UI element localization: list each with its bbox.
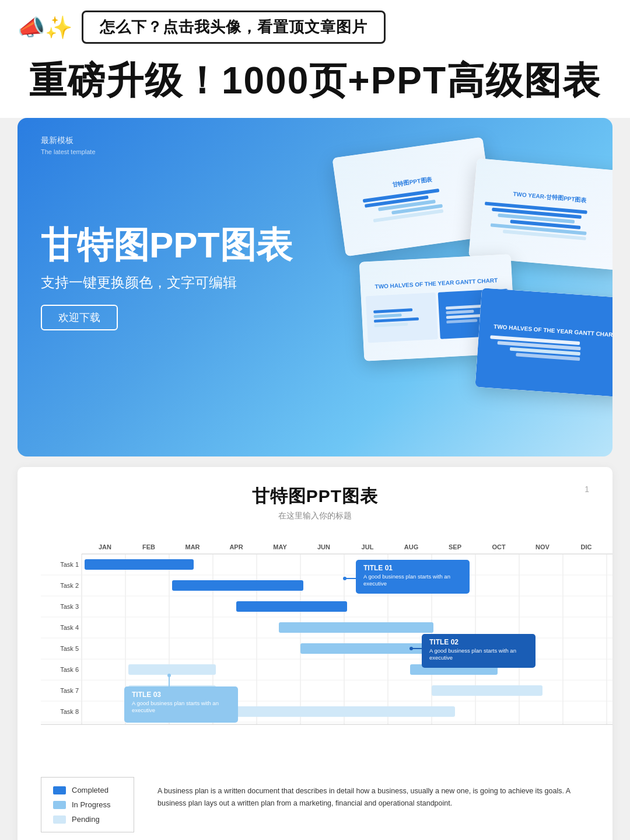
callout-03: TITLE 03 A good business plan starts wit…	[124, 674, 238, 723]
title-section: 重磅升级！1000页+PPT高级图表	[0, 50, 630, 118]
task4-label: Task 4	[60, 624, 79, 631]
legend-label-pending: Pending	[72, 815, 100, 824]
task7-label: Task 7	[60, 687, 79, 694]
hero-subheading: 支持一键更换颜色，文字可编辑	[41, 273, 292, 292]
hero-brand-sub: The latest template	[41, 148, 292, 155]
svg-point-26	[410, 647, 413, 650]
gantt-chart-svg: JAN FEB MAR APR MAY JUN JUL AUG SEP OCT …	[41, 538, 612, 759]
month-feb: FEB	[142, 543, 155, 550]
callout03-body2: executive	[132, 707, 155, 713]
gantt-wrap: JAN FEB MAR APR MAY JUN JUL AUG SEP OCT …	[41, 538, 589, 759]
month-sep: SEP	[449, 543, 461, 550]
main-title: 重磅升级！1000页+PPT高级图表	[18, 55, 612, 106]
task6-label: Task 6	[60, 666, 79, 673]
task5-label: Task 5	[60, 645, 79, 652]
month-oct: OCT	[492, 543, 506, 550]
task2-bar	[172, 580, 303, 591]
callout02-body2: executive	[429, 654, 453, 661]
legend: Completed In Progress Pending	[41, 777, 134, 832]
callout01-body1: A good business plan starts with an	[363, 573, 450, 580]
callout03-title: TITLE 03	[132, 691, 161, 699]
gantt-footer: Completed In Progress Pending A business…	[41, 777, 589, 832]
hero-cards: 甘特图PPT图表 TWO YEAR-甘特图PPT图表	[280, 130, 612, 456]
month-jul: JUL	[362, 543, 374, 550]
month-headers: JAN FEB MAR APR MAY JUN JUL AUG SEP OCT …	[82, 543, 612, 554]
month-nov: NOV	[536, 543, 550, 550]
gantt-subtitle: 在这里输入你的标题	[41, 511, 589, 521]
task8-label: Task 8	[60, 708, 79, 715]
callout01-title: TITLE 01	[363, 564, 393, 572]
preview-card-2: TWO YEAR-甘特图PPT图表	[468, 158, 612, 270]
callout03-body1: A good business plan starts with an	[132, 700, 219, 706]
callout02-title: TITLE 02	[429, 638, 459, 646]
banner-text: 怎么下？点击我头像，看置顶文章图片	[82, 11, 386, 44]
hero-left: 最新模板 The latest template 甘特图PPT图表 支持一键更换…	[41, 135, 292, 330]
task3-bar	[236, 601, 347, 612]
megaphone-icon: 📣✨	[18, 15, 72, 40]
task3-label: Task 3	[60, 603, 79, 610]
svg-point-29	[167, 674, 171, 677]
task2-label: Task 2	[60, 582, 79, 589]
legend-color-pending	[53, 815, 66, 824]
callout-01: TITLE 01 A good business plan starts wit…	[343, 560, 470, 594]
hero-brand: 最新模板	[41, 135, 292, 146]
legend-pending: Pending	[53, 815, 122, 824]
month-dic: DIC	[581, 543, 592, 550]
gantt-section: 1 甘特图PPT图表 在这里输入你的标题 JAN FEB MAR APR	[18, 467, 612, 840]
legend-label-completed: Completed	[72, 786, 108, 794]
callout01-body2: executive	[363, 580, 387, 587]
month-jun: JUN	[317, 543, 330, 550]
hero-download-btn[interactable]: 欢迎下载	[41, 305, 118, 330]
gantt-title: 甘特图PPT图表	[41, 485, 589, 508]
month-apr: APR	[229, 543, 243, 550]
legend-completed: Completed	[53, 786, 122, 794]
legend-inprogress: In Progress	[53, 800, 122, 809]
callout02-body1: A good business plan starts with an	[429, 647, 516, 654]
hero-section: 最新模板 The latest template 甘特图PPT图表 支持一键更换…	[18, 118, 612, 456]
gantt-container: JAN FEB MAR APR MAY JUN JUL AUG SEP OCT …	[41, 538, 589, 832]
month-aug: AUG	[404, 543, 418, 550]
top-banner: 📣✨ 怎么下？点击我头像，看置顶文章图片	[0, 0, 630, 50]
page-number: 1	[584, 485, 589, 494]
svg-point-23	[343, 577, 346, 580]
month-mar: MAR	[185, 543, 200, 550]
month-jan: JAN	[99, 543, 111, 550]
task6-bar-pending	[128, 664, 216, 675]
task1-bar	[85, 559, 194, 570]
gantt-description: A business plan is a written document th…	[158, 777, 589, 810]
hero-heading: 甘特图PPT图表	[41, 225, 292, 265]
legend-label-inprogress: In Progress	[72, 800, 110, 809]
month-may: MAY	[273, 543, 287, 550]
legend-color-completed	[53, 786, 66, 794]
task4-bar	[279, 622, 433, 633]
callout-02: TITLE 02 A good business plan starts wit…	[410, 634, 536, 668]
task7-bar-pending2	[432, 685, 542, 696]
preview-card-4: TWO HALVES OF THE YEAR GANTT CHART	[475, 288, 612, 398]
legend-color-inprogress	[53, 801, 66, 809]
task1-label: Task 1	[60, 561, 79, 568]
